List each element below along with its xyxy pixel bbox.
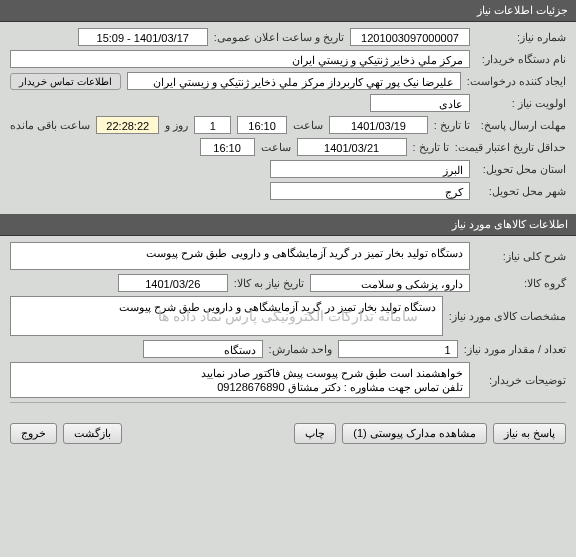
remaining-label: ساعت باقی مانده	[10, 119, 90, 132]
priority-label: اولویت نیاز :	[476, 97, 566, 110]
requester-label: ایجاد کننده درخواست:	[467, 75, 566, 88]
days-count-field: 1	[194, 116, 231, 134]
deadline-date-field: 1401/03/19	[329, 116, 428, 134]
notes-field: خواهشمند است طبق شرح پیوست پیش فاکتور صا…	[10, 362, 470, 398]
days-suffix: روز و	[165, 119, 188, 132]
announce-field: 1401/03/17 - 15:09	[78, 28, 208, 46]
need-no-field: 1201003097000007	[350, 28, 470, 46]
to-date-label: تا تاریخ :	[434, 119, 470, 132]
goods-form: شرح کلی نیاز: دستگاه تولید بخار تمیز در …	[0, 236, 576, 415]
details-form: شماره نیاز: 1201003097000007 تاریخ و ساع…	[0, 22, 576, 210]
need-date-label: تاریخ نیاز به کالا:	[234, 277, 304, 290]
need-date-field: 1401/03/26	[118, 274, 228, 292]
group-field: دارو، پزشکی و سلامت	[310, 274, 470, 292]
spec-label: مشخصات کالای مورد نیاز:	[449, 310, 566, 323]
qty-field: 1	[338, 340, 458, 358]
requester-field: عليرضا نيک پور تهي کاربرداز مرکز ملي ذخا…	[127, 72, 461, 90]
back-button[interactable]: بازگشت	[63, 423, 122, 444]
qty-label: تعداد / مقدار مورد نیاز:	[464, 343, 566, 356]
exit-button[interactable]: خروج	[10, 423, 57, 444]
priority-field: عادی	[370, 94, 470, 112]
validity-time-field: 16:10	[200, 138, 255, 156]
button-bar: پاسخ به نیاز مشاهده مدارک پیوستی (1) چاپ…	[0, 415, 576, 452]
panel-header-details: جزئیات اطلاعات نیاز	[0, 0, 576, 22]
time-label-2: ساعت	[261, 141, 291, 154]
panel-header-goods: اطلاعات کالاهای مورد نیاز	[0, 214, 576, 236]
desc-label: شرح کلی نیاز:	[476, 250, 566, 263]
validity-label: حداقل تاریخ اعتبار قیمت:	[455, 141, 566, 154]
desc-field: دستگاه تولید بخار تمیز در گرید آزمایشگاه…	[10, 242, 470, 270]
reply-button[interactable]: پاسخ به نیاز	[493, 423, 566, 444]
city-field: کرج	[270, 182, 470, 200]
unit-field: دستگاه	[143, 340, 263, 358]
buyer-field: مرکز ملي ذخاير ژنتيکي و زيستي ايران	[10, 50, 470, 68]
city-label: شهر محل تحویل:	[476, 185, 566, 198]
buyer-contact-button[interactable]: اطلاعات تماس خریدار	[10, 73, 121, 90]
print-button[interactable]: چاپ	[294, 423, 336, 444]
deadline-time-field: 16:10	[237, 116, 287, 134]
validity-date-field: 1401/03/21	[297, 138, 407, 156]
spec-field: دستگاه تولید بخار تمیز در گرید آزمایشگاه…	[10, 296, 443, 336]
need-no-label: شماره نیاز:	[476, 31, 566, 44]
deadline-label: مهلت ارسال پاسخ:	[476, 119, 566, 132]
group-label: گروه کالا:	[476, 277, 566, 290]
buyer-label: نام دستگاه خریدار:	[476, 53, 566, 66]
unit-label: واحد شمارش:	[269, 343, 332, 356]
time-label-1: ساعت	[293, 119, 323, 132]
to-date-label-2: تا تاریخ :	[413, 141, 449, 154]
separator	[10, 402, 566, 403]
notes-label: توضیحات خریدار:	[476, 374, 566, 387]
countdown-field: 22:28:22	[96, 116, 159, 134]
attachments-button[interactable]: مشاهده مدارک پیوستی (1)	[342, 423, 487, 444]
announce-label: تاریخ و ساعت اعلان عمومی:	[214, 31, 344, 44]
province-field: البرز	[270, 160, 470, 178]
province-label: استان محل تحویل:	[476, 163, 566, 176]
